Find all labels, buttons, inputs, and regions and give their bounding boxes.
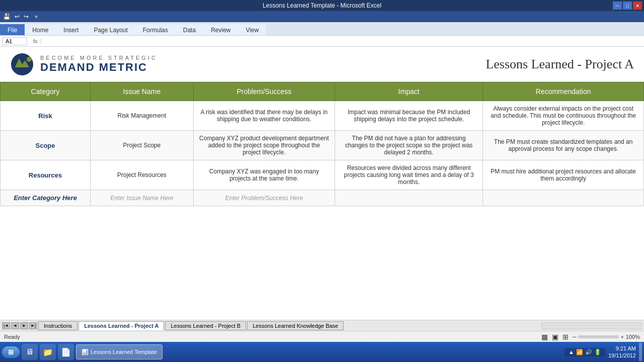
- tab-page-layout[interactable]: Page Layout: [86, 24, 135, 35]
- ribbon: File Home Insert Page Layout Formulas Da…: [0, 22, 644, 36]
- sheet-tab-project-b[interactable]: Lessons Learned - Project B: [165, 321, 246, 330]
- table-row: Scope Project Scope Company XYZ product …: [1, 131, 644, 160]
- tab-data[interactable]: Data: [176, 24, 203, 35]
- logo-tagline: Become More Strategic: [40, 55, 157, 61]
- sheet-tab-project-a[interactable]: Lessons Learned - Project A: [78, 321, 164, 330]
- table-row: Resources Project Resources Company XYZ …: [1, 160, 644, 190]
- show-desktop-button[interactable]: [639, 343, 642, 361]
- cell-problem-placeholder[interactable]: Enter Problem/Success Here: [193, 190, 335, 206]
- cell-recommendation-resources[interactable]: PM must hire additional project resource…: [483, 160, 644, 190]
- quick-access-toolbar: 💾 ↩ ↪ ▼: [0, 11, 644, 22]
- cell-problem-resources[interactable]: Company XYZ was engaged in too many proj…: [193, 160, 335, 190]
- cell-reference[interactable]: A1: [2, 37, 27, 45]
- taskbar-folder-icon[interactable]: 📁: [40, 344, 56, 360]
- cell-category-scope[interactable]: Scope: [1, 131, 91, 160]
- cell-recommendation-risk[interactable]: Always consider external impacts on the …: [483, 101, 644, 131]
- cell-issue-placeholder[interactable]: Enter Issue Name Here: [91, 190, 194, 206]
- window-controls[interactable]: ─ □ ✕: [613, 2, 642, 10]
- battery-icon: 🔋: [594, 349, 601, 355]
- tab-nav-last[interactable]: ►|: [29, 322, 37, 329]
- clock: 9:21 AM 19/11/2012: [608, 345, 636, 359]
- tab-view[interactable]: View: [238, 24, 267, 35]
- zoom-slider[interactable]: [578, 335, 618, 338]
- taskbar-explorer-icon[interactable]: 🖥: [22, 344, 38, 360]
- taskbar: ⊞ 🖥 📁 📄 📊 Lessons Learned Template ▲ 📶 🔊…: [0, 342, 644, 362]
- lessons-table: Category Issue Name Problem/Success Impa…: [0, 82, 644, 206]
- minimize-button[interactable]: ─: [613, 2, 622, 10]
- cell-recommendation-scope[interactable]: The PM must create standardized template…: [483, 131, 644, 160]
- col-header-issue: Issue Name: [91, 82, 194, 101]
- table-row: Risk Risk Management A risk was identifi…: [1, 101, 644, 131]
- table-header-row: Category Issue Name Problem/Success Impa…: [1, 82, 644, 101]
- status-right: ▦ ▣ ⊞ ─ + 100%: [541, 333, 640, 341]
- formula-fx: fx: [30, 38, 41, 44]
- customise-quick-access[interactable]: ▼: [34, 14, 39, 20]
- svg-point-1: [27, 57, 32, 62]
- volume-icon: 🔊: [585, 349, 592, 355]
- cell-category-placeholder[interactable]: Enter Category Here: [1, 190, 91, 206]
- start-button[interactable]: ⊞: [2, 346, 20, 358]
- save-quick-btn[interactable]: 💾: [2, 13, 12, 20]
- horizontal-scrollbar[interactable]: [541, 322, 642, 329]
- tab-home[interactable]: Home: [25, 24, 56, 35]
- cell-impact-scope[interactable]: The PM did not have a plan for addressin…: [335, 131, 483, 160]
- zoom-out-button[interactable]: ─: [573, 334, 577, 340]
- col-header-problem: Problem/Success: [193, 82, 335, 101]
- tab-nav-next[interactable]: ►: [20, 322, 28, 329]
- cell-problem-scope[interactable]: Company XYZ product development departme…: [193, 131, 335, 160]
- cell-impact-placeholder[interactable]: [335, 190, 483, 206]
- taskbar-right: ▲ 📶 🔊 🔋 9:21 AM 19/11/2012: [565, 343, 642, 361]
- close-button[interactable]: ✕: [633, 2, 642, 10]
- view-pagebreak-icon[interactable]: ⊞: [562, 333, 569, 341]
- col-header-recommendation: Recommendation: [483, 82, 644, 101]
- logo-text: Become More Strategic Demand Metric: [40, 55, 157, 74]
- col-header-impact: Impact: [335, 82, 483, 101]
- tab-file[interactable]: File: [0, 24, 25, 35]
- sheet-tab-bar: |◄ ◄ ► ►| Instructions Lessons Learned -…: [0, 320, 644, 331]
- tray-icon-1: ▲: [569, 349, 574, 355]
- zoom-in-button[interactable]: +: [620, 334, 623, 340]
- network-icon: 📶: [576, 349, 583, 355]
- tab-nav-prev[interactable]: ◄: [11, 322, 19, 329]
- excel-taskbar-icon: 📊: [82, 349, 89, 355]
- cell-issue-scope[interactable]: Project Scope: [91, 131, 194, 160]
- status-bar: Ready ▦ ▣ ⊞ ─ + 100%: [0, 331, 644, 342]
- tab-nav-first[interactable]: |◄: [2, 322, 10, 329]
- cell-category-risk[interactable]: Risk: [1, 101, 91, 131]
- undo-quick-btn[interactable]: ↩: [14, 13, 21, 20]
- sheet-tab-instructions[interactable]: Instructions: [38, 321, 77, 330]
- redo-quick-btn[interactable]: ↪: [23, 13, 30, 20]
- cell-impact-risk[interactable]: Impact was minimal because the PM includ…: [335, 101, 483, 131]
- clock-date: 19/11/2012: [608, 352, 636, 359]
- tab-formulas[interactable]: Formulas: [135, 24, 176, 35]
- excel-taskbar-label: Lessons Learned Template: [91, 349, 157, 355]
- title-bar: Lessons Learned Template - Microsoft Exc…: [0, 0, 644, 11]
- tab-insert[interactable]: Insert: [56, 24, 86, 35]
- zoom-controls: ─ + 100%: [573, 334, 640, 340]
- cell-problem-risk[interactable]: A risk was identified that there may be …: [193, 101, 335, 131]
- view-normal-icon[interactable]: ▦: [541, 333, 548, 341]
- window-title: Lessons Learned Template - Microsoft Exc…: [263, 2, 381, 9]
- windows-logo-icon: ⊞: [8, 348, 14, 356]
- col-header-category: Category: [1, 82, 91, 101]
- ribbon-tab-bar: File Home Insert Page Layout Formulas Da…: [0, 22, 644, 35]
- logo-area: Become More Strategic Demand Metric: [10, 52, 157, 76]
- sheet-header: Become More Strategic Demand Metric Less…: [0, 47, 644, 82]
- tab-review[interactable]: Review: [203, 24, 238, 35]
- cell-category-resources[interactable]: Resources: [1, 160, 91, 190]
- cell-impact-resources[interactable]: Resources were divided across many diffe…: [335, 160, 483, 190]
- page-title: Lessons Learned - Project A: [486, 57, 634, 72]
- cell-issue-risk[interactable]: Risk Management: [91, 101, 194, 131]
- view-layout-icon[interactable]: ▣: [552, 333, 558, 341]
- sheet-tab-knowledge-base[interactable]: Lessons Learned Knowledge Base: [247, 321, 344, 330]
- system-tray[interactable]: ▲ 📶 🔊 🔋: [565, 348, 605, 356]
- logo-name: Demand Metric: [40, 61, 157, 74]
- status-ready: Ready: [4, 334, 20, 340]
- taskbar-documents-icon[interactable]: 📄: [58, 344, 74, 360]
- maximize-button[interactable]: □: [623, 2, 632, 10]
- zoom-level: 100%: [626, 334, 640, 340]
- cell-recommendation-placeholder[interactable]: [483, 190, 644, 206]
- cell-issue-resources[interactable]: Project Resources: [91, 160, 194, 190]
- taskbar-excel-app[interactable]: 📊 Lessons Learned Template: [76, 344, 163, 359]
- lessons-table-container: Category Issue Name Problem/Success Impa…: [0, 82, 644, 320]
